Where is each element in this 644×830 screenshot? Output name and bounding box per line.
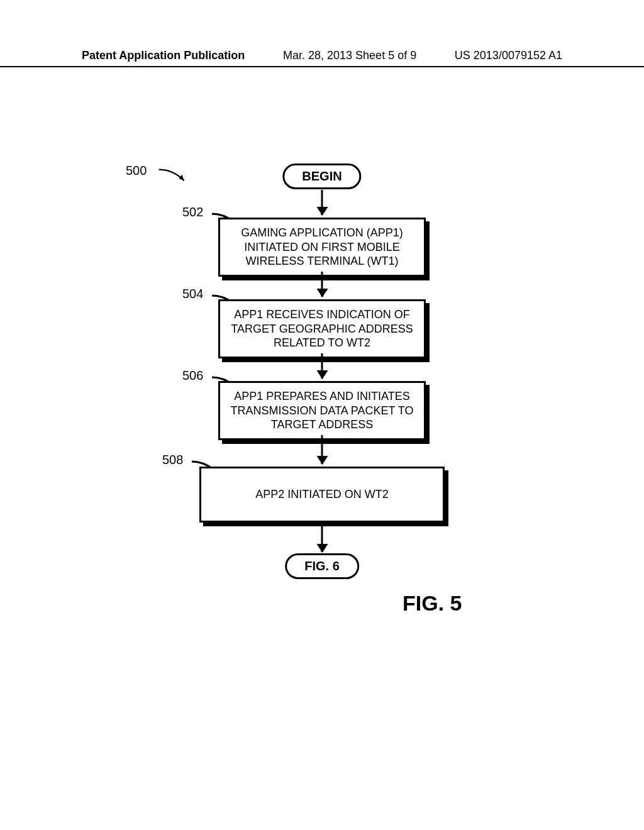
ref-500-arrow bbox=[154, 169, 192, 184]
box-504-text: APP1 RECEIVES INDICATION OF TARGET GEOGR… bbox=[218, 299, 426, 358]
header-center: Mar. 28, 2013 Sheet 5 of 9 bbox=[283, 49, 416, 62]
terminator-begin: BEGIN bbox=[282, 163, 361, 189]
arrow-502-504 bbox=[321, 272, 323, 297]
box-502-text: GAMING APPLICATION (APP1) INITIATED ON F… bbox=[218, 218, 426, 277]
figure-caption: FIG. 5 bbox=[402, 591, 462, 616]
terminator-end: FIG. 6 bbox=[285, 553, 359, 579]
arrow-506-508 bbox=[321, 435, 323, 464]
header-left: Patent Application Publication bbox=[82, 49, 245, 62]
box-506-text: APP1 PREPARES AND INITIATES TRANSMISSION… bbox=[218, 381, 426, 440]
ref-500: 500 bbox=[126, 163, 147, 178]
svg-marker-0 bbox=[179, 175, 184, 181]
arrow-504-506 bbox=[321, 353, 323, 379]
box-504: APP1 RECEIVES INDICATION OF TARGET GEOGR… bbox=[218, 299, 426, 358]
arrow-508-end bbox=[321, 524, 323, 552]
box-502: GAMING APPLICATION (APP1) INITIATED ON F… bbox=[218, 218, 426, 277]
box-506: APP1 PREPARES AND INITIATES TRANSMISSION… bbox=[218, 381, 426, 440]
page-header: Patent Application Publication Mar. 28, … bbox=[0, 49, 644, 67]
ref-508: 508 bbox=[162, 453, 183, 467]
ref-504: 504 bbox=[182, 287, 203, 301]
box-508-text: APP2 INITIATED ON WT2 bbox=[199, 467, 445, 523]
ref-506: 506 bbox=[182, 368, 203, 383]
header-right: US 2013/0079152 A1 bbox=[455, 49, 562, 62]
arrow-begin-502 bbox=[321, 190, 323, 215]
ref-502: 502 bbox=[182, 205, 203, 219]
box-508: APP2 INITIATED ON WT2 bbox=[199, 467, 445, 523]
